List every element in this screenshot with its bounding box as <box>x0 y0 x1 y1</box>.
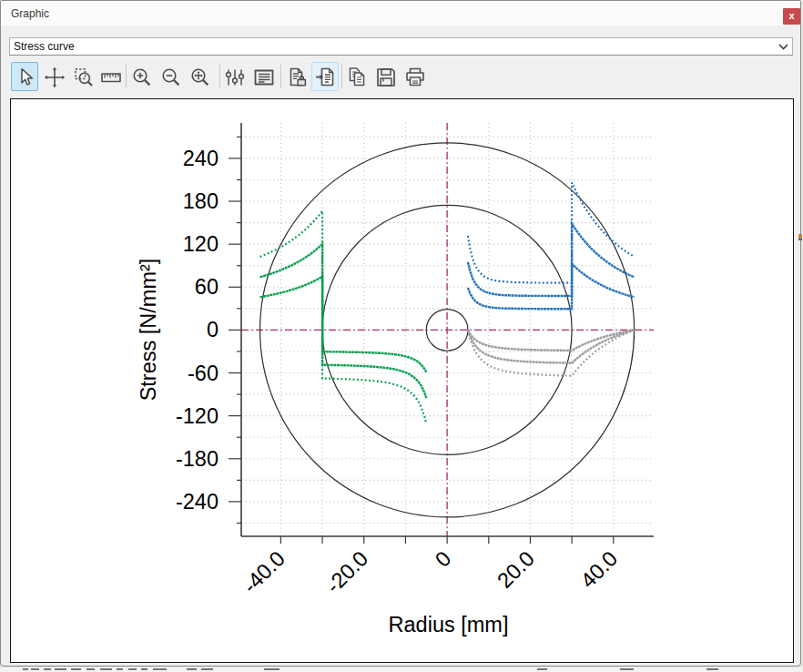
background-window-sliver <box>0 667 803 672</box>
pointer-select-button[interactable] <box>11 62 38 91</box>
document-refresh-button[interactable] <box>311 62 339 91</box>
background-text-fragment <box>128 668 137 670</box>
y-tick-label: -240 <box>176 489 219 513</box>
save-button[interactable] <box>371 62 399 91</box>
graphic-type-value: Stress curve <box>14 40 75 53</box>
background-text-fragment <box>153 668 167 670</box>
background-window-speck <box>798 234 802 240</box>
background-text-fragment <box>117 668 123 670</box>
graphic-type-select[interactable]: Stress curve <box>9 37 793 56</box>
screenshot-root: {"window":{"title":"Graphic","close_labe… <box>0 0 803 672</box>
y-tick-label: 120 <box>183 232 219 256</box>
background-text-fragment <box>44 668 51 670</box>
background-text-fragment <box>706 668 718 670</box>
zoom-in-button[interactable] <box>127 62 155 91</box>
plot-panel[interactable]: -40.0-20.0020.040.0240180120600-60-120-1… <box>10 98 794 664</box>
legend-panel-button[interactable] <box>249 62 277 91</box>
x-axis-title: Radius [mm] <box>389 613 509 636</box>
y-tick-label: -180 <box>176 446 219 470</box>
properties-sliders-button[interactable] <box>220 62 248 91</box>
series-radial-stress-min-interference <box>468 330 635 351</box>
background-text-fragment <box>55 668 66 670</box>
x-tick-label: 40.0 <box>576 546 623 593</box>
toolbar-separator <box>341 65 342 88</box>
window-title: Graphic <box>11 7 49 20</box>
series-equivalent-stress-min-interference <box>468 263 635 308</box>
y-tick-label: -120 <box>176 403 219 427</box>
y-tick-labels: 240180120600-60-120-180-240 <box>176 146 219 513</box>
toolbar-separator <box>280 65 281 88</box>
background-text-fragment <box>141 668 147 670</box>
title-bar[interactable]: Graphic x <box>1 1 800 25</box>
print-button[interactable] <box>401 62 428 91</box>
series-tangential-stress-min-interference <box>260 276 427 372</box>
stress-curve-chart: -40.0-20.0020.040.0240180120600-60-120-1… <box>11 99 795 664</box>
zoom-out-button[interactable] <box>157 62 184 91</box>
toolbar-separator <box>126 65 127 88</box>
series-equivalent-stress-max-interference <box>468 182 635 282</box>
series-radial-stress-max-interference <box>468 330 635 375</box>
background-text-fragment <box>23 668 28 670</box>
x-tick-label: 0 <box>431 546 456 572</box>
background-text-fragment <box>31 668 39 670</box>
series-tangential-stress-max-interference <box>260 210 427 423</box>
measure-ruler-button[interactable] <box>97 62 124 91</box>
zoom-to-rectangle-button[interactable] <box>69 62 97 91</box>
background-text-fragment <box>537 668 547 670</box>
y-tick-label: 0 <box>207 318 219 341</box>
background-text-fragment <box>201 668 213 670</box>
series-tangential-stress-mean-interference <box>260 244 427 398</box>
background-text-fragment <box>86 668 95 670</box>
toolbar <box>1 61 800 92</box>
y-tick-label: 60 <box>195 275 219 299</box>
chevron-down-icon <box>778 44 788 50</box>
x-tick-label: -20.0 <box>321 546 372 597</box>
series-equivalent-stress-mean-interference <box>468 223 635 295</box>
y-tick-label: 240 <box>183 146 219 169</box>
x-tick-label: 20.0 <box>493 546 539 593</box>
background-text-fragment <box>71 668 81 670</box>
x-tick-label: -40.0 <box>239 546 290 597</box>
zero-centerlines <box>241 123 654 536</box>
close-button[interactable]: x <box>783 8 800 25</box>
background-text-fragment <box>264 668 280 670</box>
graphic-window: Graphic x Stress curve -40.0-20.0020.040… <box>0 0 801 667</box>
x-tick-labels: -40.0-20.0020.040.0 <box>239 546 623 597</box>
background-text-fragment <box>187 668 197 670</box>
y-axis-title: Stress [N/mm²] <box>137 258 160 401</box>
zoom-fit-button[interactable] <box>186 62 213 91</box>
copy-button[interactable] <box>343 62 371 91</box>
pan-move-button[interactable] <box>40 62 67 91</box>
background-text-fragment <box>100 668 112 670</box>
background-text-fragment <box>620 668 634 670</box>
document-lock-button[interactable] <box>283 62 310 91</box>
y-tick-label: -60 <box>188 361 219 384</box>
y-tick-label: 180 <box>183 189 219 213</box>
